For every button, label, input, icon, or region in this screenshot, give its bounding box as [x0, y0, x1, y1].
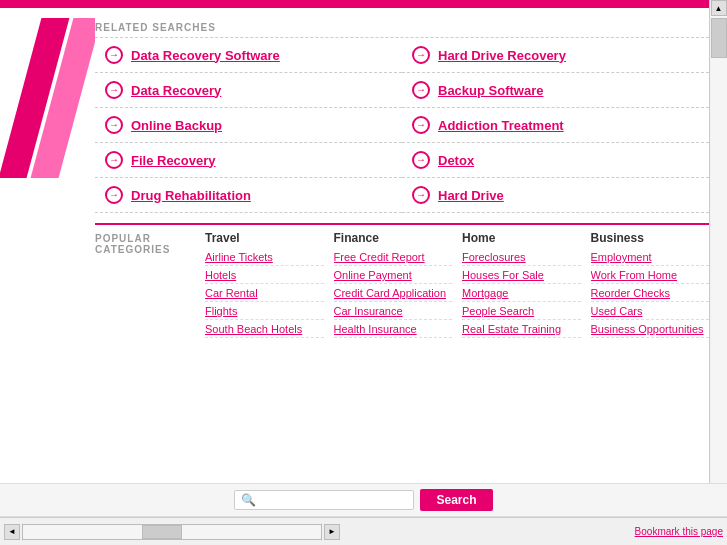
- logo-stripes: [0, 8, 95, 298]
- category-link-flights[interactable]: Flights: [205, 303, 324, 320]
- category-title-business: Business: [591, 231, 710, 245]
- search-links-grid: Data Recovery Software Hard Drive Recove…: [95, 37, 709, 213]
- horizontal-scrollbar[interactable]: ◄ ►: [4, 524, 340, 540]
- search-link-online-backup[interactable]: Online Backup: [131, 118, 222, 133]
- category-title-finance: Finance: [334, 231, 453, 245]
- arrow-icon: [105, 81, 123, 99]
- arrow-icon: [105, 151, 123, 169]
- popular-categories-label: POPULAR CATEGORIES: [95, 225, 205, 339]
- arrow-icon: [412, 151, 430, 169]
- search-link-file-recovery[interactable]: File Recovery: [131, 153, 216, 168]
- scroll-track: [711, 16, 727, 511]
- category-link-mortgage[interactable]: Mortgage: [462, 285, 581, 302]
- h-scroll-thumb[interactable]: [142, 525, 182, 539]
- search-input-wrap: 🔍: [234, 490, 414, 510]
- search-input[interactable]: [260, 493, 400, 507]
- search-link-data-recovery[interactable]: Data Recovery: [131, 83, 221, 98]
- status-bar: ◄ ► Bookmark this page: [0, 517, 727, 545]
- search-link-row: Online Backup: [95, 108, 402, 143]
- scroll-left-button[interactable]: ◄: [4, 524, 20, 540]
- arrow-icon: [105, 186, 123, 204]
- category-link-work-from-home[interactable]: Work From Home: [591, 267, 710, 284]
- bookmark-link[interactable]: Bookmark this page: [635, 526, 723, 537]
- search-link-row: Data Recovery Software: [95, 38, 402, 73]
- category-title-travel: Travel: [205, 231, 324, 245]
- search-link-row: Backup Software: [402, 73, 709, 108]
- top-accent-bar: [0, 0, 727, 8]
- category-link-south-beach-hotels[interactable]: South Beach Hotels: [205, 321, 324, 338]
- category-col-business: Business Employment Work From Home Reord…: [591, 231, 710, 339]
- scroll-right-button[interactable]: ►: [324, 524, 340, 540]
- category-col-home: Home Foreclosures Houses For Sale Mortga…: [462, 231, 581, 339]
- category-link-online-payment[interactable]: Online Payment: [334, 267, 453, 284]
- search-link-row: Hard Drive Recovery: [402, 38, 709, 73]
- category-link-credit-card-application[interactable]: Credit Card Application: [334, 285, 453, 302]
- category-col-travel: Travel Airline Tickets Hotels Car Rental…: [205, 231, 324, 339]
- search-link-data-recovery-software[interactable]: Data Recovery Software: [131, 48, 280, 63]
- arrow-icon: [412, 186, 430, 204]
- vertical-scrollbar[interactable]: ▲ ▼: [709, 0, 727, 527]
- search-link-backup-software[interactable]: Backup Software: [438, 83, 543, 98]
- categories-grid: Travel Airline Tickets Hotels Car Rental…: [205, 225, 709, 339]
- search-link-row: Drug Rehabilitation: [95, 178, 402, 213]
- scroll-up-button[interactable]: ▲: [711, 0, 727, 16]
- search-link-row: Hard Drive: [402, 178, 709, 213]
- search-link-addiction-treatment[interactable]: Addiction Treatment: [438, 118, 564, 133]
- category-link-car-insurance[interactable]: Car Insurance: [334, 303, 453, 320]
- arrow-icon: [412, 81, 430, 99]
- main-content: RELATED SEARCHES Data Recovery Software …: [95, 8, 709, 339]
- arrow-icon: [105, 46, 123, 64]
- search-icon: 🔍: [241, 493, 256, 507]
- category-link-reorder-checks[interactable]: Reorder Checks: [591, 285, 710, 302]
- popular-section: POPULAR CATEGORIES Travel Airline Ticket…: [95, 223, 709, 339]
- logo-area: [0, 8, 95, 298]
- related-searches-label: RELATED SEARCHES: [95, 16, 709, 37]
- scroll-thumb[interactable]: [711, 18, 727, 58]
- category-link-free-credit-report[interactable]: Free Credit Report: [334, 249, 453, 266]
- category-link-houses-for-sale[interactable]: Houses For Sale: [462, 267, 581, 284]
- search-bar: 🔍 Search: [0, 483, 727, 517]
- category-link-hotels[interactable]: Hotels: [205, 267, 324, 284]
- arrow-icon: [412, 116, 430, 134]
- search-link-row: Detox: [402, 143, 709, 178]
- category-link-people-search[interactable]: People Search: [462, 303, 581, 320]
- category-link-used-cars[interactable]: Used Cars: [591, 303, 710, 320]
- category-col-finance: Finance Free Credit Report Online Paymen…: [334, 231, 453, 339]
- search-link-row: Data Recovery: [95, 73, 402, 108]
- search-link-hard-drive[interactable]: Hard Drive: [438, 188, 504, 203]
- category-link-business-opportunities[interactable]: Business Opportunities: [591, 321, 710, 338]
- category-link-real-estate-training[interactable]: Real Estate Training: [462, 321, 581, 338]
- h-scroll-track: [22, 524, 322, 540]
- category-link-car-rental[interactable]: Car Rental: [205, 285, 324, 302]
- search-link-drug-rehabilitation[interactable]: Drug Rehabilitation: [131, 188, 251, 203]
- search-link-row: Addiction Treatment: [402, 108, 709, 143]
- search-button[interactable]: Search: [420, 489, 492, 511]
- category-link-foreclosures[interactable]: Foreclosures: [462, 249, 581, 266]
- category-link-health-insurance[interactable]: Health Insurance: [334, 321, 453, 338]
- arrow-icon: [412, 46, 430, 64]
- category-link-airline-tickets[interactable]: Airline Tickets: [205, 249, 324, 266]
- category-title-home: Home: [462, 231, 581, 245]
- search-link-row: File Recovery: [95, 143, 402, 178]
- search-link-detox[interactable]: Detox: [438, 153, 474, 168]
- search-link-hard-drive-recovery[interactable]: Hard Drive Recovery: [438, 48, 566, 63]
- arrow-icon: [105, 116, 123, 134]
- category-link-employment[interactable]: Employment: [591, 249, 710, 266]
